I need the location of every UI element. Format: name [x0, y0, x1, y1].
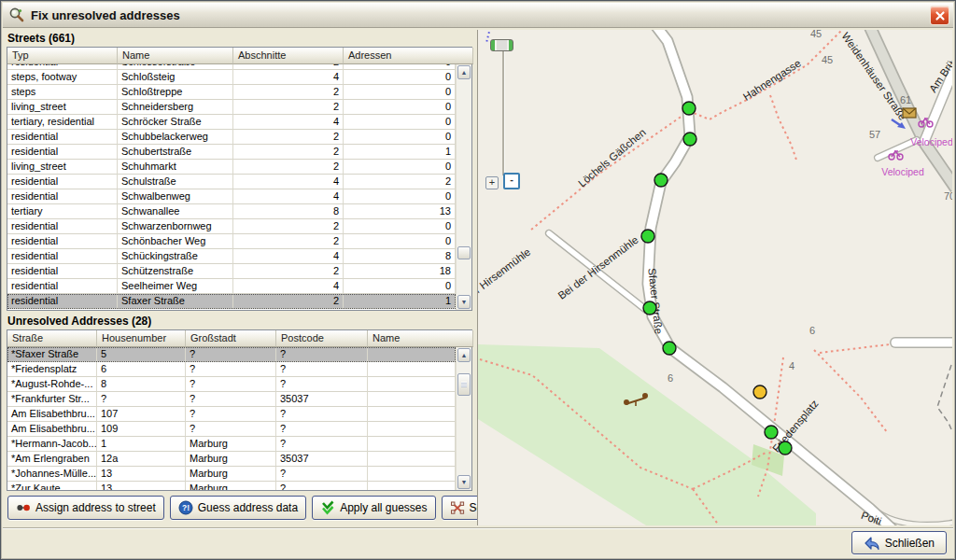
cell: residential	[7, 175, 118, 189]
assign-address-button[interactable]: Assign address to street	[7, 496, 164, 520]
house-number: 45	[810, 30, 822, 39]
addresses-table-header: Straße Housenumber Großstadt Postcode Na…	[7, 330, 471, 347]
zoom-slider-track[interactable]	[502, 45, 505, 175]
street-label-hirsenmuehle-partial: er Hirsenmühle	[478, 246, 532, 300]
marker-green[interactable]	[779, 441, 792, 455]
table-row[interactable]: *Hermann-Jacob...1Marburg?	[7, 437, 456, 452]
marker-green[interactable]	[683, 133, 696, 146]
map-canvas[interactable]: Hahnengasse Löchels Gäßchen Bei der Hirs…	[478, 30, 952, 525]
window-title: Fix unresolved addresses	[31, 8, 180, 22]
scroll-down-icon[interactable]: ▼	[457, 295, 471, 309]
cell: 0	[344, 70, 456, 85]
addresses-scrollbar[interactable]: ▲ ▼	[456, 347, 471, 490]
table-row[interactable]: *August-Rohde-...8??	[7, 377, 456, 392]
cell: Marburg	[186, 467, 276, 482]
table-row[interactable]: steps, footwaySchloßsteig40	[7, 70, 456, 85]
table-row[interactable]: residentialSchützenstraße218	[7, 264, 456, 279]
table-row[interactable]: tertiary, residentialSchröcker Straße40	[7, 115, 456, 130]
cell: ?	[276, 347, 368, 362]
scrollbar-thumb[interactable]	[457, 373, 471, 396]
table-row[interactable]: Am Elisabethbru...109??	[7, 422, 456, 437]
marker-green[interactable]	[654, 174, 668, 187]
close-icon	[935, 10, 946, 21]
titlebar[interactable]: Fix unresolved addresses	[3, 3, 953, 28]
table-row[interactable]: *Zur Kaute13Marburg?	[7, 482, 456, 490]
cell: 2	[233, 234, 344, 249]
house-number: 70	[944, 190, 952, 202]
column-header[interactable]: Housenumber	[97, 330, 186, 347]
table-row-selected[interactable]: residentialSfaxer Straße21	[7, 294, 456, 309]
table-row[interactable]: tertiarySchwanallee813	[7, 204, 456, 219]
cell: 18	[344, 264, 456, 279]
cell: Schwarzenbornweg	[118, 219, 233, 234]
cell: Sfaxer Straße	[118, 294, 233, 309]
select-in-map-icon	[450, 500, 465, 515]
table-row[interactable]: *Frankfurter Str...??35037	[7, 392, 456, 407]
table-row[interactable]: *Friedensplatz6??	[7, 362, 456, 377]
cell: ?	[276, 482, 368, 490]
table-row[interactable]: living_streetSchneidersberg20	[7, 100, 456, 115]
scroll-up-icon[interactable]: ▲	[457, 348, 471, 362]
table-row[interactable]: residentialSchubbelackerweg20	[7, 130, 456, 145]
map-view[interactable]: Hahnengasse Löchels Gäßchen Bei der Hirs…	[477, 30, 952, 525]
cell: 6	[97, 362, 186, 377]
column-header[interactable]: Typ	[7, 48, 118, 64]
table-row[interactable]: Am Elisabethbru...107??	[7, 407, 456, 422]
cell	[368, 437, 456, 452]
guess-address-button[interactable]: ?! Guess address data	[170, 496, 306, 520]
house-number: 6	[668, 372, 673, 384]
house-number: 45	[822, 54, 833, 65]
cell: 2	[233, 219, 344, 234]
column-header[interactable]: Postcode	[276, 330, 368, 347]
table-row[interactable]: residentialSchönbacher Weg20	[7, 234, 456, 249]
marker-yellow[interactable]	[753, 385, 766, 399]
cell: 35037	[276, 452, 368, 467]
cell: Schubbelackerweg	[118, 130, 233, 145]
table-row[interactable]: residentialSchwarzenbornweg20	[7, 219, 456, 234]
scrollbar-thumb[interactable]	[457, 246, 471, 259]
marker-green[interactable]	[641, 230, 654, 243]
zoom-slider-handle[interactable]	[490, 39, 513, 51]
scroll-down-icon[interactable]: ▼	[457, 475, 471, 489]
fix-addresses-icon	[8, 7, 25, 23]
marker-green[interactable]	[765, 426, 778, 439]
cell: steps	[7, 85, 118, 100]
table-row[interactable]: *Johannes-Mülle...13Marburg?	[7, 467, 456, 482]
cell: 0	[344, 189, 456, 204]
cell: 2	[233, 160, 344, 175]
apply-guesses-button[interactable]: Apply all guesses	[312, 496, 435, 520]
marker-green[interactable]	[663, 342, 676, 355]
cell: *Johannes-Mülle...	[7, 467, 97, 482]
cell: 4	[233, 249, 344, 264]
table-row[interactable]: *Am Erlengraben12aMarburg35037	[7, 452, 456, 467]
table-row-selected[interactable]: *Sfaxer Straße5??	[7, 347, 456, 362]
zoom-in-button[interactable]: +	[485, 176, 499, 189]
zoom-out-button[interactable]: -	[503, 173, 520, 189]
streets-scrollbar[interactable]: ▲ ▼	[456, 64, 471, 310]
table-row[interactable]: living_streetSchuhmarkt20	[7, 160, 456, 175]
column-header[interactable]: Großstadt	[186, 330, 276, 347]
close-dialog-button[interactable]: Schließen	[851, 531, 947, 554]
scroll-up-icon[interactable]: ▲	[457, 65, 471, 79]
street-label-hahnengasse: Hahnengasse	[741, 57, 803, 103]
cell: 12a	[97, 452, 186, 467]
marker-green[interactable]	[682, 102, 696, 115]
column-header[interactable]: Name	[368, 330, 473, 347]
cell: steps, footway	[7, 70, 118, 85]
table-row[interactable]: residentialSeelheimer Weg40	[7, 279, 456, 294]
marker-green[interactable]	[643, 301, 656, 315]
column-header[interactable]: Abschnitte	[233, 48, 344, 64]
table-row[interactable]: stepsSchloßtreppe20	[7, 85, 456, 100]
table-row[interactable]: residentialSchwalbenweg40	[7, 189, 456, 204]
table-row[interactable]: residentialSchulstraße42	[7, 175, 456, 189]
column-header[interactable]: Straße	[7, 330, 97, 347]
column-header[interactable]: Adressen	[344, 48, 473, 64]
column-header[interactable]: Name	[118, 48, 233, 64]
cell: ?	[186, 377, 276, 392]
cell: 5	[97, 347, 186, 362]
table-row[interactable]: residentialSchückingstraße48	[7, 249, 456, 264]
post-box-icon	[903, 108, 916, 118]
cell: ?	[276, 362, 368, 377]
close-button[interactable]	[930, 6, 949, 25]
table-row[interactable]: residentialSchubertstraße21	[7, 145, 456, 160]
